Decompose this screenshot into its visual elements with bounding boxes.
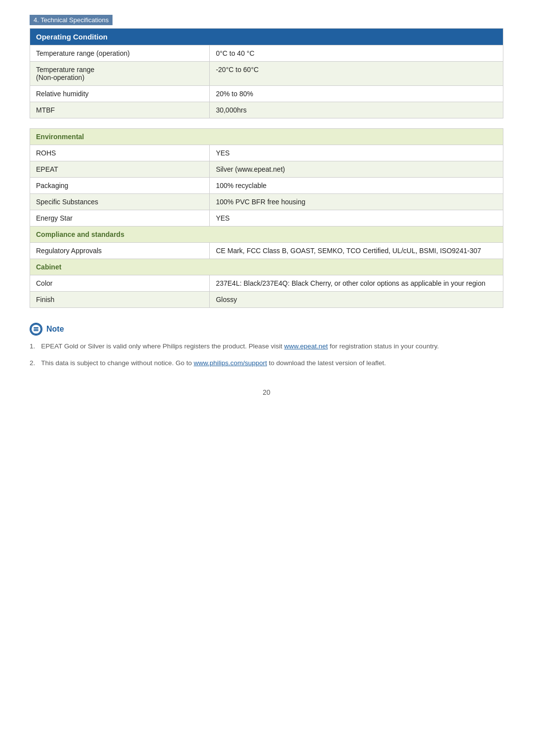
operating-condition-table: Operating Condition Temperature range (o… <box>30 28 503 118</box>
row-value: 0°C to 40 °C <box>210 45 503 62</box>
row-label: Finish <box>30 292 210 308</box>
row-label: Relative humidity <box>30 86 210 102</box>
row-value: 100% PVC BFR free housing <box>210 194 503 210</box>
table-row: ROHS YES <box>30 145 503 161</box>
header-label-operating: Operating Condition <box>30 29 503 45</box>
page-number: 20 <box>30 388 503 396</box>
row-label: Temperature range(Non-operation) <box>30 62 210 86</box>
row-value: 237E4L: Black/237E4Q: Black Cherry, or o… <box>210 275 503 292</box>
row-label: Specific Substances <box>30 194 210 210</box>
row-label: EPEAT <box>30 161 210 178</box>
row-value: CE Mark, FCC Class B, GOAST, SEMKO, TCO … <box>210 243 503 259</box>
table-row: Temperature range(Non-operation) -20°C t… <box>30 62 503 86</box>
row-value: 30,000hrs <box>210 102 503 118</box>
row-value: YES <box>210 145 503 161</box>
row-value: Silver (www.epeat.net) <box>210 161 503 178</box>
note-item-2: 2. This data is subject to change withou… <box>30 358 503 368</box>
row-label: Energy Star <box>30 210 210 227</box>
row-label: Regulatory Approvals <box>30 243 210 259</box>
table-header-environmental: Environmental <box>30 129 503 145</box>
table-row: Relative humidity 20% to 80% <box>30 86 503 102</box>
row-label: Temperature range (operation) <box>30 45 210 62</box>
table-row: EPEAT Silver (www.epeat.net) <box>30 161 503 178</box>
table-header-compliance: Compliance and standards <box>30 227 503 243</box>
section-tag: 4. Technical Specifications <box>30 15 113 25</box>
epeat-link[interactable]: www.epeat.net <box>284 342 328 350</box>
note-list: 1. EPEAT Gold or Silver is valid only wh… <box>30 341 503 369</box>
row-value: 20% to 80% <box>210 86 503 102</box>
table-row: Color 237E4L: Black/237E4Q: Black Cherry… <box>30 275 503 292</box>
note-text-1: EPEAT Gold or Silver is valid only where… <box>41 341 503 351</box>
note-section: Note 1. EPEAT Gold or Silver is valid on… <box>30 323 503 369</box>
table-row: Packaging 100% recyclable <box>30 178 503 194</box>
row-label: MTBF <box>30 102 210 118</box>
row-value: YES <box>210 210 503 227</box>
note-number-2: 2. <box>30 358 35 368</box>
header-label-cabinet: Cabinet <box>30 259 503 275</box>
table-header-cabinet: Cabinet <box>30 259 503 275</box>
table-row: Finish Glossy <box>30 292 503 308</box>
note-label: Note <box>46 325 64 334</box>
table-row: MTBF 30,000hrs <box>30 102 503 118</box>
note-icon <box>30 323 42 336</box>
note-title: Note <box>30 323 503 336</box>
row-label: Color <box>30 275 210 292</box>
note-icon-svg <box>31 324 41 335</box>
row-label: ROHS <box>30 145 210 161</box>
table-row: Regulatory Approvals CE Mark, FCC Class … <box>30 243 503 259</box>
header-label-environmental: Environmental <box>30 129 503 145</box>
table-row: Specific Substances 100% PVC BFR free ho… <box>30 194 503 210</box>
row-value: 100% recyclable <box>210 178 503 194</box>
table-header-operating: Operating Condition <box>30 29 503 45</box>
note-item-1: 1. EPEAT Gold or Silver is valid only wh… <box>30 341 503 351</box>
row-value: -20°C to 60°C <box>210 62 503 86</box>
row-value: Glossy <box>210 292 503 308</box>
note-number-1: 1. <box>30 341 35 351</box>
philips-support-link[interactable]: www.philips.com/support <box>193 359 267 367</box>
note-text-2: This data is subject to change without n… <box>41 358 503 368</box>
table-row: Temperature range (operation) 0°C to 40 … <box>30 45 503 62</box>
row-label: Packaging <box>30 178 210 194</box>
table-row: Energy Star YES <box>30 210 503 227</box>
environmental-table: Environmental ROHS YES EPEAT Silver (www… <box>30 128 503 308</box>
header-label-compliance: Compliance and standards <box>30 227 503 243</box>
